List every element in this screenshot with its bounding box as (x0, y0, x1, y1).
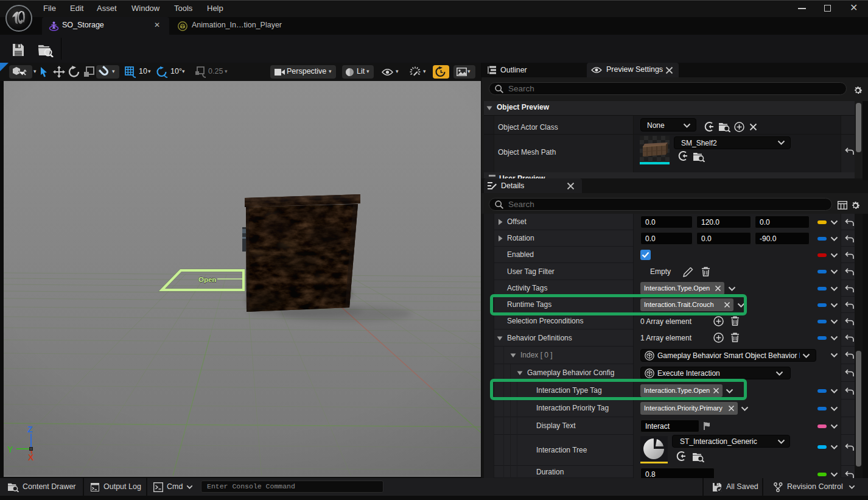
svg-text:X: X (28, 452, 34, 462)
svg-text:Z: Z (27, 424, 33, 434)
svg-text:Y: Y (7, 445, 13, 454)
